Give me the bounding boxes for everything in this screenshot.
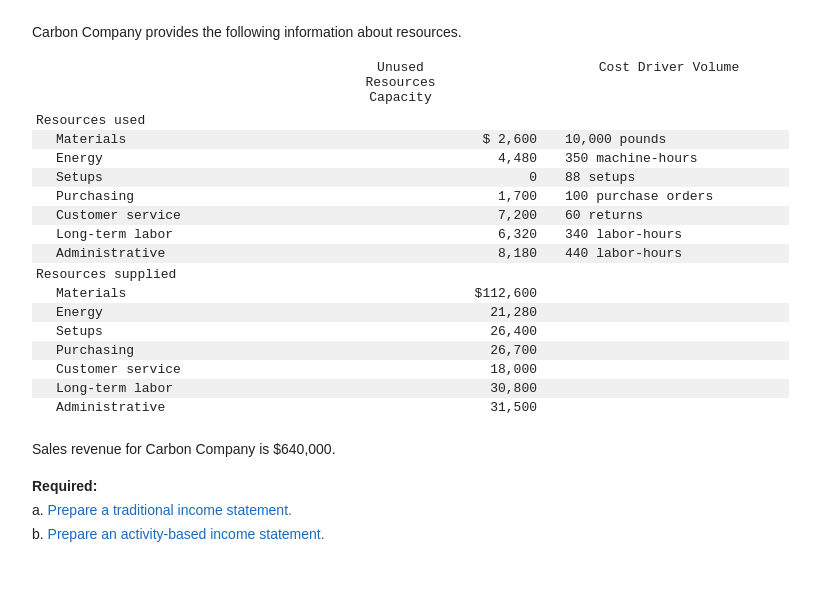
required-items: a. Prepare a traditional income statemen…	[32, 499, 789, 547]
row-cost-driver	[549, 303, 789, 322]
row-label: Administrative	[32, 244, 252, 263]
table-row: Long-term labor 30,800	[32, 379, 789, 398]
required-item: a. Prepare a traditional income statemen…	[32, 499, 789, 523]
table-body: Resources used Materials $ 2,600 10,000 …	[32, 109, 789, 417]
required-key: a.	[32, 502, 44, 518]
row-label: Purchasing	[32, 187, 252, 206]
section-header-row: Resources supplied	[32, 263, 789, 284]
table-row: Long-term labor 6,320 340 labor-hours	[32, 225, 789, 244]
row-unused: 31,500	[252, 398, 549, 417]
row-cost-driver: 100 purchase orders	[549, 187, 789, 206]
row-label: Customer service	[32, 206, 252, 225]
row-unused: 1,700	[252, 187, 549, 206]
table-header-row: Unused Resources Capacity Cost Driver Vo…	[32, 58, 789, 109]
row-cost-driver	[549, 341, 789, 360]
header-col3: Cost Driver Volume	[549, 58, 789, 109]
row-cost-driver: 10,000 pounds	[549, 130, 789, 149]
row-label: Materials	[32, 130, 252, 149]
row-unused: $112,600	[252, 284, 549, 303]
intro-text: Carbon Company provides the following in…	[32, 24, 789, 40]
section-label: Resources used	[32, 109, 789, 130]
table-row: Customer service 7,200 60 returns	[32, 206, 789, 225]
section-header-row: Resources used	[32, 109, 789, 130]
table-row: Materials $112,600	[32, 284, 789, 303]
row-cost-driver	[549, 379, 789, 398]
row-cost-driver	[549, 322, 789, 341]
row-label: Energy	[32, 149, 252, 168]
table-row: Setups 26,400	[32, 322, 789, 341]
table-row: Setups 0 88 setups	[32, 168, 789, 187]
row-label: Administrative	[32, 398, 252, 417]
row-label: Customer service	[32, 360, 252, 379]
table-row: Purchasing 26,700	[32, 341, 789, 360]
row-unused: $ 2,600	[252, 130, 549, 149]
required-section: Required: a. Prepare a traditional incom…	[32, 475, 789, 546]
row-label: Setups	[32, 322, 252, 341]
row-cost-driver: 88 setups	[549, 168, 789, 187]
required-label: Required:	[32, 478, 97, 494]
table-row: Energy 21,280	[32, 303, 789, 322]
header-unused-line1: Unused	[377, 60, 424, 75]
row-cost-driver: 440 labor-hours	[549, 244, 789, 263]
row-cost-driver	[549, 284, 789, 303]
row-unused: 30,800	[252, 379, 549, 398]
row-cost-driver	[549, 398, 789, 417]
table-row: Purchasing 1,700 100 purchase orders	[32, 187, 789, 206]
row-unused: 26,700	[252, 341, 549, 360]
table-row: Administrative 8,180 440 labor-hours	[32, 244, 789, 263]
row-unused: 0	[252, 168, 549, 187]
header-col2: Unused Resources Capacity	[252, 58, 549, 109]
row-unused: 18,000	[252, 360, 549, 379]
required-item-text: Prepare a traditional income statement.	[48, 502, 292, 518]
header-unused-line2: Resources	[365, 75, 435, 90]
row-label: Energy	[32, 303, 252, 322]
row-unused: 6,320	[252, 225, 549, 244]
table-row: Customer service 18,000	[32, 360, 789, 379]
sales-text: Sales revenue for Carbon Company is $640…	[32, 441, 789, 457]
row-cost-driver: 60 returns	[549, 206, 789, 225]
row-unused: 26,400	[252, 322, 549, 341]
row-label: Purchasing	[32, 341, 252, 360]
section-label: Resources supplied	[32, 263, 789, 284]
row-label: Materials	[32, 284, 252, 303]
row-unused: 21,280	[252, 303, 549, 322]
row-label: Long-term labor	[32, 225, 252, 244]
resources-table: Unused Resources Capacity Cost Driver Vo…	[32, 58, 789, 417]
row-unused: 8,180	[252, 244, 549, 263]
required-item-text: Prepare an activity-based income stateme…	[48, 526, 325, 542]
row-cost-driver: 350 machine-hours	[549, 149, 789, 168]
row-label: Setups	[32, 168, 252, 187]
required-key: b.	[32, 526, 44, 542]
row-label: Long-term labor	[32, 379, 252, 398]
table-row: Materials $ 2,600 10,000 pounds	[32, 130, 789, 149]
header-col1	[32, 58, 252, 109]
row-cost-driver	[549, 360, 789, 379]
row-cost-driver: 340 labor-hours	[549, 225, 789, 244]
table-row: Administrative 31,500	[32, 398, 789, 417]
row-unused: 7,200	[252, 206, 549, 225]
row-unused: 4,480	[252, 149, 549, 168]
header-unused-line3: Capacity	[369, 90, 431, 105]
table-row: Energy 4,480 350 machine-hours	[32, 149, 789, 168]
required-item: b. Prepare an activity-based income stat…	[32, 523, 789, 547]
